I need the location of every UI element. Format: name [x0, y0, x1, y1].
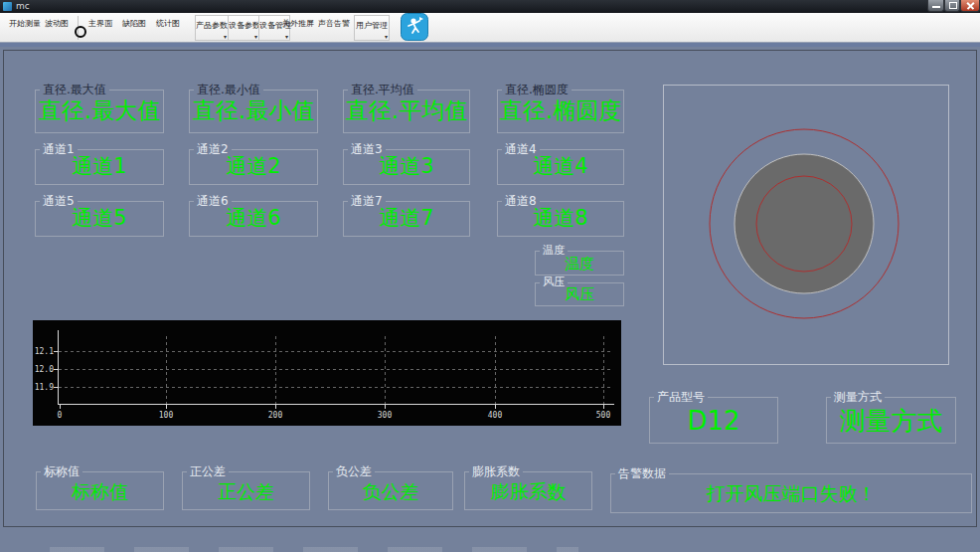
param-value: 正公差 — [183, 480, 309, 501]
maximize-button[interactable] — [944, 0, 960, 12]
toolbar-button-label: 设备参数 — [229, 20, 258, 31]
temperature-value: 温度 — [536, 255, 623, 272]
toolbar-button-user-management[interactable]: 用户管理 ▾ — [354, 15, 390, 41]
toolbar-button-product-params[interactable]: 产品参数 ▾ — [195, 15, 229, 41]
dropdown-arrow-icon: ▾ — [254, 34, 257, 40]
channel-box-7: 通道7 通道7 — [343, 201, 470, 237]
channel-box-5: 通道5 通道5 — [35, 201, 164, 237]
y-tick-label: 12.0 — [35, 365, 54, 374]
metric-value: 直径.椭圆度 — [498, 98, 623, 123]
air-pressure-value: 风压 — [536, 286, 623, 303]
x-tick-label: 400 — [488, 411, 503, 420]
cross-section-display — [664, 86, 948, 364]
alarm-message: 打开风压端口失败！ — [611, 483, 971, 504]
param-value: 负公差 — [329, 480, 452, 501]
product-model-box: 产品型号 D12 — [649, 397, 778, 444]
channel-value: 通道1 — [36, 155, 163, 178]
toolbar-button-wave-chart[interactable]: 波动图 — [44, 18, 70, 36]
metric-value: 直径.最大值 — [36, 98, 163, 123]
x-tick-label: 200 — [268, 411, 283, 420]
dropdown-arrow-icon: ▾ — [224, 34, 227, 40]
y-tick-label: 11.9 — [35, 383, 54, 392]
toolbar-button-start-measure[interactable]: 开始测量 — [8, 18, 42, 36]
measure-mode-label: 测量方式 — [831, 390, 885, 404]
app-icon — [3, 2, 12, 11]
channel-box-8: 通道8 通道8 — [497, 201, 624, 237]
channel-value: 通道3 — [344, 155, 469, 178]
toolbar-button-label: 产品参数 — [196, 20, 228, 31]
window-title: mc — [16, 1, 30, 12]
toolbar-button-stats-chart[interactable]: 统计图 — [155, 18, 181, 36]
param-value: 标称值 — [37, 480, 163, 501]
product-disk — [735, 154, 874, 293]
metric-label: 直径.平均值 — [348, 83, 417, 96]
person-flag-icon[interactable] — [401, 13, 428, 41]
y-tick-label: 12.1 — [35, 347, 54, 356]
metric-box-diameter-min: 直径.最小值 直径.最小值 — [189, 90, 318, 133]
close-button[interactable] — [960, 0, 980, 12]
x-tick-label: 300 — [378, 411, 393, 420]
param-label: 正公差 — [187, 464, 229, 478]
cross-section-panel — [663, 85, 949, 365]
toolbar: 开始测量 波动图 主界面 缺陷图 统计图 产品参数 ▾ 设备参数 ▾ 设备管理 … — [0, 13, 980, 43]
channel-box-2: 通道2 通道2 — [189, 149, 318, 185]
channel-box-4: 通道4 通道4 — [497, 149, 624, 185]
param-label: 标称值 — [41, 464, 82, 478]
metric-label: 直径.椭圆度 — [502, 83, 572, 96]
air-pressure-box: 风压 风压 — [535, 282, 624, 306]
param-label: 负公差 — [333, 464, 375, 478]
param-value: 膨胀系数 — [465, 480, 591, 501]
product-model-label: 产品型号 — [654, 390, 708, 404]
app-window: mc 开始测量 波动图 主界面 缺陷图 统计图 产品参数 ▾ 设备参数 ▾ 设备… — [0, 0, 980, 552]
minimize-button[interactable] — [927, 0, 944, 12]
alarm-label: 告警数据 — [615, 466, 669, 480]
x-tick-label: 100 — [159, 411, 174, 420]
alarm-data-box: 告警数据 打开风压端口失败！ — [610, 473, 972, 513]
channel-value: 通道8 — [498, 207, 623, 230]
param-label: 膨胀系数 — [469, 464, 523, 478]
toolbar-button-sound-alarm[interactable]: 声音告警 — [317, 18, 351, 36]
channel-box-6: 通道6 通道6 — [189, 201, 318, 237]
nominal-value-box: 标称值 标称值 — [36, 471, 164, 510]
metric-value: 直径.平均值 — [344, 98, 469, 123]
trend-chart: 12.1 12.0 11.9 0 100 200 300 400 500 — [33, 320, 621, 426]
positive-tolerance-box: 正公差 正公差 — [182, 471, 310, 510]
metric-label: 直径.最大值 — [40, 83, 109, 96]
metric-box-diameter-max: 直径.最大值 直径.最大值 — [35, 90, 164, 133]
channel-box-1: 通道1 通道1 — [35, 149, 164, 185]
temperature-box: 温度 温度 — [535, 251, 624, 276]
metric-box-diameter-avg: 直径.平均值 直径.平均值 — [343, 90, 470, 133]
measure-mode-box: 测量方式 测量方式 — [826, 397, 956, 444]
metric-value: 直径.最小值 — [190, 98, 317, 123]
channel-value: 通道5 — [36, 207, 163, 230]
metric-label: 直径.最小值 — [194, 83, 263, 96]
trend-chart-panel: 12.1 12.0 11.9 0 100 200 300 400 500 — [33, 320, 621, 426]
toolbar-button-external-screen[interactable]: 关外推屏 — [281, 18, 315, 36]
channel-box-3: 通道3 通道3 — [343, 149, 470, 185]
title-bar[interactable]: mc — [0, 0, 980, 13]
channel-value: 通道6 — [190, 207, 317, 230]
channel-value: 通道4 — [498, 155, 623, 178]
channel-value: 通道2 — [190, 155, 317, 178]
expansion-coefficient-box: 膨胀系数 膨胀系数 — [464, 471, 592, 510]
x-tick-label: 0 — [58, 411, 63, 420]
minimize-icon — [932, 6, 940, 8]
dropdown-arrow-icon: ▾ — [385, 34, 388, 40]
toolbar-button-device-params[interactable]: 设备参数 ▾ — [228, 15, 259, 41]
negative-tolerance-box: 负公差 负公差 — [328, 471, 453, 510]
clipped-bottom-content — [50, 547, 578, 552]
channel-value: 通道7 — [344, 207, 469, 230]
product-model-value: D12 — [650, 406, 777, 435]
x-tick-label: 500 — [596, 411, 611, 420]
metric-box-diameter-ovality: 直径.椭圆度 直径.椭圆度 — [497, 90, 624, 133]
toolbar-accent-strip — [0, 43, 980, 47]
main-screen-active-indicator — [75, 26, 86, 38]
toolbar-button-label: 用户管理 — [355, 20, 389, 31]
toolbar-button-defect-chart[interactable]: 缺陷图 — [121, 18, 147, 36]
maximize-icon — [949, 2, 957, 9]
toolbar-button-main-screen[interactable]: 主界面 — [87, 18, 113, 36]
measure-mode-value: 测量方式 — [827, 406, 955, 435]
